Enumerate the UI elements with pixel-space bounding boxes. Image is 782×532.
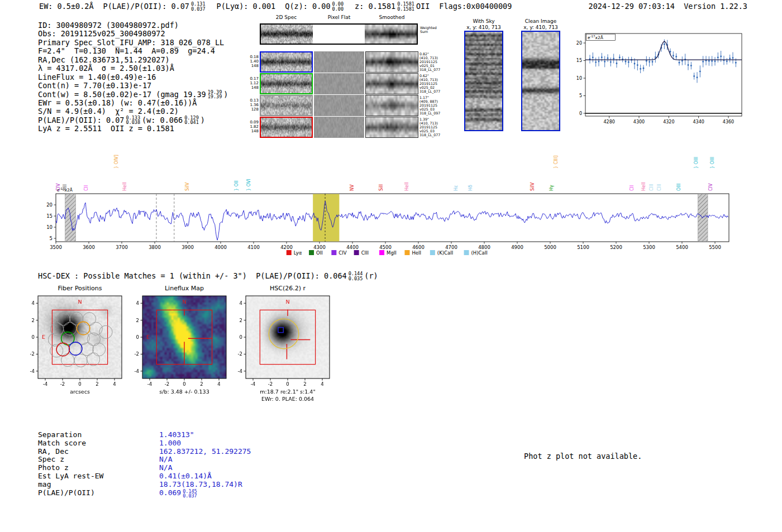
spectrum-data-point bbox=[714, 60, 716, 62]
emission-line-label: SiII bbox=[379, 184, 384, 191]
hsc-caption-1: m:18.7 re:2.1" s:1.4" bbox=[232, 389, 344, 395]
emission-line-label: OIII bbox=[676, 184, 681, 191]
svg-text:-4: -4 bbox=[251, 381, 255, 387]
legend-swatch bbox=[464, 250, 469, 255]
emission-line-label: CIII bbox=[657, 184, 662, 191]
spectrum-data-point bbox=[690, 65, 692, 66]
match-row-label: RA, Dec bbox=[38, 448, 159, 456]
header-plae-label: P(LAE)/P(OII): 0.07 bbox=[103, 2, 189, 11]
fiber-positions-title: Fiber Positions bbox=[38, 285, 122, 292]
spectrum-data-point bbox=[688, 64, 689, 66]
info-contw: Cont(w) = 8.50(±0.02)e-17 (gmag 19.39 19… bbox=[38, 90, 228, 98]
legend-label: MgII bbox=[387, 250, 397, 256]
spectrum-data-point bbox=[675, 56, 677, 57]
svg-text:4: 4 bbox=[32, 300, 35, 306]
column-header-2d-spec: 2D Spec bbox=[260, 15, 313, 20]
svg-text:-2: -2 bbox=[30, 351, 35, 357]
fiber-circle bbox=[64, 322, 77, 335]
svg-text:0: 0 bbox=[286, 381, 289, 387]
spectrum-data-point bbox=[601, 56, 603, 58]
header-flags: Flags:0x00400009 bbox=[439, 2, 512, 11]
header-z-label: z: 0.1581 bbox=[355, 2, 395, 11]
match-table-row: Spec zN/A bbox=[38, 456, 251, 464]
legend-label: CIV bbox=[338, 250, 346, 256]
weighted-smoothed-canvas bbox=[365, 25, 417, 44]
svg-text:4100: 4100 bbox=[247, 245, 260, 250]
header-plae: P(LAE)/P(OII): 0.07 0.1310.037 bbox=[103, 2, 207, 11]
hsc-caption-2: EWr: 0. PLAE: 0.064 bbox=[232, 396, 344, 402]
svg-text:5: 5 bbox=[579, 93, 582, 98]
svg-text:15: 15 bbox=[46, 213, 53, 219]
spectrum-data-point bbox=[693, 75, 695, 77]
match-row-value: 0.0690.1450.037 bbox=[159, 489, 199, 499]
legend-label: HeII bbox=[412, 250, 421, 256]
legend-label: Lyα bbox=[294, 250, 302, 256]
svg-text:0: 0 bbox=[136, 334, 139, 340]
row-smoothed-cutout bbox=[365, 73, 418, 94]
svg-text:2: 2 bbox=[240, 318, 242, 323]
info-id: ID: 3004980972 (3004980972.pdf) bbox=[38, 21, 228, 29]
svg-text:5: 5 bbox=[50, 236, 53, 241]
svg-text:2: 2 bbox=[303, 381, 306, 387]
legend-swatch bbox=[331, 250, 336, 255]
emission-line-label: SiIV bbox=[530, 182, 535, 191]
north-marker: N bbox=[78, 299, 82, 305]
emission-line-label: } OIII bbox=[694, 157, 699, 169]
match-row-label: Separation bbox=[38, 431, 159, 439]
match-table-row: Match score1.000 bbox=[38, 439, 251, 448]
spectrum-data-point bbox=[720, 56, 722, 57]
spectrum-data-point bbox=[592, 56, 594, 58]
svg-text:4360: 4360 bbox=[723, 119, 734, 124]
fiber-circle bbox=[87, 353, 99, 366]
legend-swatch bbox=[430, 250, 435, 255]
emission-line-label: CII bbox=[84, 185, 89, 191]
match-row-value: 18.73(18.73,18.74)R bbox=[159, 481, 242, 489]
svg-text:4: 4 bbox=[136, 300, 139, 306]
spectrum-data-point bbox=[616, 63, 618, 64]
match-row-label: Est LyA rest-EW bbox=[38, 472, 159, 481]
emission-line-label: } OII bbox=[234, 180, 239, 191]
fiber-circle bbox=[81, 343, 94, 356]
header-qz: Q(z): 0.00 0.000.00 bbox=[285, 2, 345, 11]
svg-text:3900: 3900 bbox=[182, 245, 194, 250]
legend-swatch bbox=[404, 250, 409, 255]
match-row-label: Photo z bbox=[38, 464, 159, 472]
row-pixel-flat-cutout bbox=[314, 73, 364, 94]
spectrum-data-point bbox=[610, 61, 612, 63]
row-2d-spec-cutout bbox=[260, 73, 313, 94]
north-marker: N bbox=[182, 299, 186, 305]
emission-line-label: NV bbox=[350, 184, 355, 191]
svg-text:4300: 4300 bbox=[313, 245, 326, 250]
row-smoothed-cutout bbox=[365, 95, 418, 116]
match-row-label: Match score bbox=[38, 439, 159, 448]
emission-line-label: HeII bbox=[641, 182, 646, 191]
header-datetime-version: 2024-12-29 07:03:14 Version 1.22.3 bbox=[589, 2, 747, 11]
emission-line-label: SiII bbox=[63, 184, 68, 191]
svg-text:-2: -2 bbox=[135, 351, 139, 357]
spectrum-data-point bbox=[735, 62, 737, 64]
spectrum-data-point bbox=[613, 57, 614, 59]
clean-image-panel bbox=[521, 31, 560, 131]
lineflux-map-overlay: -4-4-2-2002244NE bbox=[128, 295, 234, 390]
spectrum-data-point bbox=[673, 55, 674, 56]
svg-text:3600: 3600 bbox=[83, 245, 95, 250]
spectrum-data-point bbox=[643, 68, 645, 69]
row-pixel-flat-cutout-canvas bbox=[314, 117, 364, 137]
catalog-object-marker bbox=[278, 328, 283, 333]
spectrum-data-point bbox=[729, 57, 731, 59]
row-pixel-flat-cutout bbox=[314, 117, 364, 138]
header-plya: P(Lyα): 0.001 bbox=[217, 2, 276, 11]
emission-line-label: CII bbox=[630, 185, 635, 191]
match-table-row: Photo zN/A bbox=[38, 464, 251, 472]
spectrum-data-point bbox=[717, 57, 719, 59]
cutout-row-left-stats: 0.091.82148 bbox=[245, 120, 259, 133]
svg-text:5300: 5300 bbox=[643, 245, 655, 250]
fiber-xaxis-label: arcsecs bbox=[38, 389, 122, 395]
svg-text:4900: 4900 bbox=[511, 245, 523, 250]
row-smoothed-cutout-canvas bbox=[366, 52, 418, 72]
svg-text:0: 0 bbox=[183, 381, 185, 387]
spectrum-data-point bbox=[702, 61, 704, 63]
svg-text:-4: -4 bbox=[147, 381, 152, 387]
info-plae-frac-w: 0.1290.041 bbox=[184, 116, 199, 125]
svg-text:0: 0 bbox=[32, 334, 35, 340]
